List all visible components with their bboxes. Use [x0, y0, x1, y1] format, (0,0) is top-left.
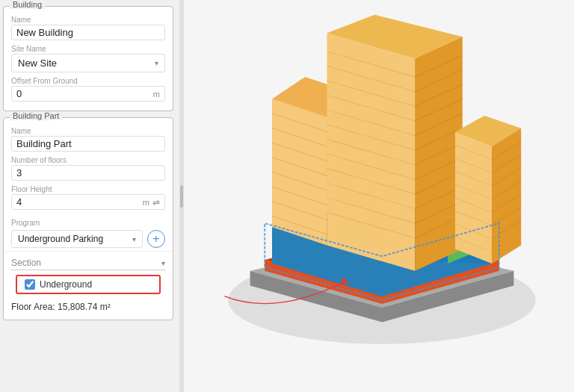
- underground-label: Underground: [40, 279, 92, 290]
- part-name-label: Name: [11, 127, 165, 135]
- site-name-label: Site Name: [11, 45, 165, 53]
- program-section: Program Underground Parking Office Resid…: [4, 213, 173, 251]
- floors-input-row[interactable]: [11, 165, 165, 181]
- offset-label: Offset From Ground: [11, 77, 165, 85]
- part-name-input[interactable]: [16, 138, 160, 149]
- offset-unit: m: [153, 90, 160, 99]
- floors-label: Number of floors: [11, 156, 165, 164]
- section-select-wrap[interactable]: Section Section A Section B ▾: [11, 256, 165, 270]
- site-name-group: Site Name New Site ▾: [11, 45, 165, 72]
- floor-height-unit: m: [143, 198, 149, 207]
- building-section: Building Name Site Name New Site ▾ Offse…: [3, 6, 173, 111]
- site-name-select[interactable]: New Site: [18, 57, 152, 69]
- part-name-input-row[interactable]: [11, 136, 165, 152]
- building-part-section: Building Part Name Number of floors Floo…: [3, 117, 173, 320]
- adjust-icon[interactable]: ⇌: [152, 197, 160, 208]
- offset-group: Offset From Ground m: [11, 77, 165, 102]
- site-chevron-icon: ▾: [155, 59, 158, 67]
- section-select[interactable]: Section Section A Section B: [11, 258, 161, 268]
- floors-input[interactable]: [16, 167, 160, 178]
- floor-height-label: Floor Height: [11, 185, 165, 193]
- section-chevron-icon: ▾: [161, 259, 165, 267]
- add-program-button[interactable]: +: [147, 230, 165, 248]
- floor-height-group: Floor Height m ⇌: [11, 185, 165, 210]
- site-name-select-row[interactable]: New Site ▾: [11, 54, 165, 72]
- svg-marker-55: [455, 132, 492, 264]
- divider-handle[interactable]: [180, 185, 183, 208]
- floor-height-input-row[interactable]: m ⇌: [11, 194, 165, 210]
- svg-marker-9: [272, 99, 327, 246]
- building-name-label: Name: [11, 16, 165, 24]
- part-name-group: Name: [11, 127, 165, 152]
- floors-group: Number of floors: [11, 156, 165, 181]
- underground-container: Underground: [4, 272, 173, 297]
- building-legend: Building: [10, 0, 45, 9]
- left-panel: Building Name Site Name New Site ▾ Offse…: [0, 0, 179, 392]
- building-name-input-row[interactable]: [11, 25, 165, 40]
- underground-checkbox[interactable]: [25, 279, 35, 290]
- program-label: Program: [11, 219, 165, 227]
- building-3d-view: [199, 7, 565, 373]
- program-select-wrap[interactable]: Underground Parking Office Residential R…: [11, 230, 143, 248]
- floor-height-input[interactable]: [16, 196, 140, 208]
- program-select[interactable]: Underground Parking Office Residential R…: [18, 234, 132, 244]
- underground-row: Underground: [16, 275, 161, 294]
- section-row: Section Section A Section B ▾: [4, 251, 173, 272]
- right-panel: [184, 0, 574, 392]
- program-row: Underground Parking Office Residential R…: [11, 230, 165, 248]
- building-name-input[interactable]: [16, 27, 160, 38]
- offset-input-row[interactable]: m: [11, 86, 165, 102]
- building-part-legend: Building Part: [10, 111, 62, 120]
- floor-area-row: Floor Area: 15,808.74 m²: [4, 297, 173, 314]
- offset-input[interactable]: [16, 88, 150, 99]
- svg-marker-57: [492, 128, 521, 264]
- building-name-group: Name: [11, 16, 165, 40]
- program-chevron-icon: ▾: [132, 235, 136, 243]
